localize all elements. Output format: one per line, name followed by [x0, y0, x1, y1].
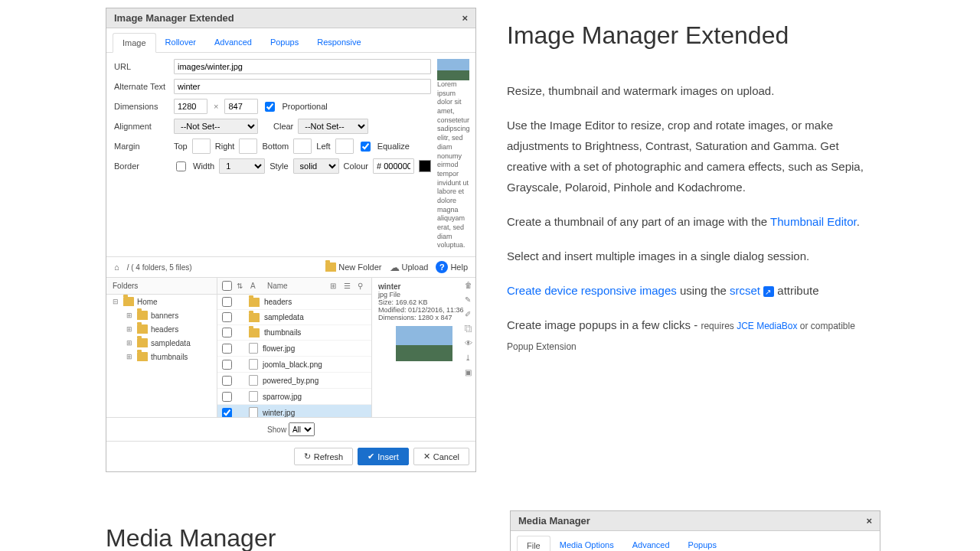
rename-icon[interactable]: ✐ — [465, 310, 472, 318]
row-check[interactable] — [222, 376, 232, 386]
row-check[interactable] — [222, 344, 232, 354]
tab-advanced[interactable]: Advanced — [205, 33, 261, 52]
list-item[interactable]: sampledata — [217, 310, 371, 325]
responsive-link[interactable]: Create device responsive images — [507, 284, 677, 297]
proportional-check[interactable] — [265, 102, 275, 112]
grid-icon[interactable]: ⊞ — [330, 282, 339, 291]
row-check[interactable] — [222, 360, 232, 370]
paragraph: Resize, thumbnail and watermark images o… — [507, 80, 880, 101]
margin-top[interactable] — [192, 139, 211, 154]
list-item[interactable]: headers — [217, 295, 371, 310]
row-check[interactable] — [222, 392, 232, 402]
folders-header: Folders — [106, 278, 217, 295]
tab-mediaoptions[interactable]: Media Options — [550, 536, 623, 551]
tab-image[interactable]: Image — [113, 33, 156, 53]
margin-right[interactable] — [239, 139, 257, 154]
file-name: winter.jpg — [263, 409, 295, 417]
row-check[interactable] — [222, 408, 232, 418]
name-header[interactable]: Name — [264, 282, 325, 290]
folder-tree: Folders ⊟Home ⊞banners ⊞headers ⊞sampled… — [106, 278, 217, 417]
tree-item[interactable]: ⊞headers — [106, 322, 217, 336]
list-item[interactable]: thumbnails — [217, 325, 371, 341]
tab-responsive[interactable]: Responsive — [308, 33, 370, 52]
list-item[interactable]: powered_by.png — [217, 373, 371, 389]
tree-item[interactable]: ⊞banners — [106, 308, 217, 322]
thumbnail-editor-link[interactable]: Thumbnail Editor — [770, 215, 857, 228]
upload-button[interactable]: ☁Upload — [390, 262, 429, 273]
view-icon[interactable]: 👁 — [465, 339, 472, 347]
row-check[interactable] — [222, 312, 232, 322]
list-item[interactable]: winter.jpg — [217, 405, 371, 417]
align-label: Alignment — [114, 122, 169, 131]
file-list: ⇅ A Name ⊞ ☰ ⚲ headerssampledatathumbnai… — [217, 278, 372, 417]
section-title: Image Manager Extended — [507, 21, 880, 50]
tree-item[interactable]: ⊞thumbnails — [106, 350, 217, 364]
sort-icon[interactable]: ⇅ — [237, 282, 246, 291]
row-check[interactable] — [222, 297, 232, 307]
detail-thumbnail — [396, 326, 452, 361]
width-input[interactable] — [174, 99, 207, 114]
srcset-link[interactable]: srcset — [730, 284, 760, 297]
delete-icon[interactable]: 🗑 — [465, 281, 472, 289]
dialog-titlebar: Media Manager × — [511, 511, 880, 531]
border-width[interactable]: 1 — [219, 158, 265, 174]
list-icon[interactable]: ☰ — [344, 282, 353, 291]
list-item[interactable]: sparrow.jpg — [217, 389, 371, 405]
border-label: Border — [114, 161, 169, 171]
sort-alpha-icon[interactable]: A — [250, 282, 260, 291]
select-all[interactable] — [222, 281, 232, 291]
alt-input[interactable] — [174, 79, 431, 94]
paragraph: Create device responsive images using th… — [507, 280, 880, 301]
list-item[interactable]: joomla_black.png — [217, 357, 371, 373]
colour-swatch[interactable] — [419, 160, 431, 172]
margin-bottom[interactable] — [293, 139, 312, 154]
section-title: Media Manager — [106, 524, 479, 551]
row-check[interactable] — [222, 328, 232, 337]
list-item[interactable]: flower.jpg — [217, 341, 371, 357]
url-input[interactable] — [174, 59, 431, 74]
file-name: joomla_black.png — [263, 360, 322, 369]
border-check[interactable] — [176, 161, 186, 171]
tab-popups[interactable]: Popups — [261, 33, 308, 52]
new-folder-button[interactable]: New Folder — [325, 262, 381, 272]
preview-pane: Lorem ipsum dolor sit amet, consetetur s… — [437, 59, 472, 250]
tab-popups[interactable]: Popups — [679, 536, 726, 551]
search-icon[interactable]: ⚲ — [358, 282, 367, 291]
tab-file[interactable]: File — [517, 536, 550, 551]
crop-icon[interactable]: ▣ — [465, 368, 472, 377]
height-input[interactable] — [224, 99, 258, 114]
paragraph: Create a thumbnail of any part of an ima… — [507, 211, 880, 232]
file-name: headers — [264, 298, 292, 306]
close-icon[interactable]: × — [462, 12, 468, 24]
insert-button[interactable]: ✔Insert — [358, 448, 409, 465]
file-icon — [249, 343, 258, 354]
folder-icon — [249, 298, 260, 307]
equalize-check[interactable] — [361, 142, 371, 152]
tab-advanced[interactable]: Advanced — [623, 536, 679, 551]
file-icon — [249, 391, 258, 402]
cancel-button[interactable]: ✕Cancel — [413, 448, 469, 465]
clear-select[interactable]: --Not Set-- — [298, 119, 368, 134]
colour-input[interactable] — [373, 158, 414, 174]
align-select[interactable]: --Not Set-- — [174, 119, 258, 134]
border-style[interactable]: solid — [293, 158, 339, 174]
tab-rollover[interactable]: Rollover — [156, 33, 205, 52]
help-button[interactable]: ?Help — [436, 261, 468, 273]
copy-icon[interactable]: ⿻ — [465, 324, 472, 333]
insert-icon[interactable]: ⤓ — [465, 354, 472, 362]
show-select[interactable]: All — [289, 422, 315, 436]
tree-item[interactable]: ⊟Home — [106, 295, 217, 308]
file-icon — [249, 359, 258, 370]
tree-item[interactable]: ⊞sampledata — [106, 336, 217, 350]
details-pane: winter jpg File Size: 169.62 KB Modified… — [372, 278, 475, 417]
file-name: thumbnails — [264, 328, 301, 337]
refresh-button[interactable]: ↻Refresh — [294, 448, 354, 465]
media-manager-dialog: Media Manager × File Media Options Advan… — [510, 510, 880, 551]
home-icon[interactable]: ⌂ — [114, 262, 119, 272]
edit-icon[interactable]: ✎ — [465, 295, 472, 304]
url-label: URL — [114, 62, 169, 71]
close-icon[interactable]: × — [866, 515, 872, 527]
mediabox-link[interactable]: JCE MediaBox — [737, 321, 797, 331]
margin-left[interactable] — [335, 139, 354, 154]
file-browser: ⌂ / ( 4 folders, 5 files) New Folder ☁Up… — [106, 256, 475, 441]
